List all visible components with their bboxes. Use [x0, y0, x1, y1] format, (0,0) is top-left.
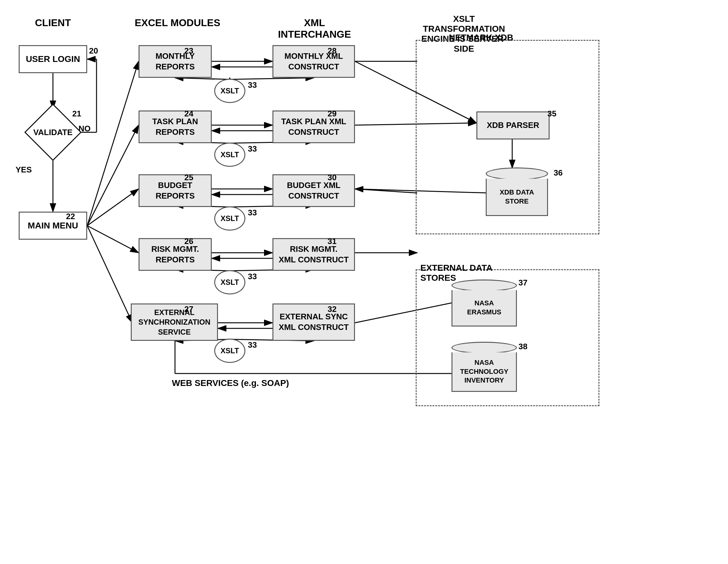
ref-26: 26 [184, 237, 193, 246]
monthly-xml-box: MONTHLY XMLCONSTRUCT [272, 45, 355, 78]
ref-35: 35 [547, 109, 556, 119]
ref-38: 38 [518, 342, 527, 351]
xslt-oval-1: XSLT [214, 79, 245, 103]
ref-33c: 33 [248, 208, 257, 218]
xdb-data-store-cylinder: XDB DATASTORE [486, 167, 548, 216]
header-client: CLIENT [19, 17, 87, 29]
web-services-label: WEB SERVICES (e.g. SOAP) [153, 378, 308, 388]
netmark-xdb-label: NETMARK XDB [434, 33, 528, 43]
ref-33e: 33 [248, 340, 257, 350]
diagram: CLIENT EXCEL MODULES XML INTERCHANGE XSL… [0, 0, 728, 564]
risk-mgmt-reports-box: RISK MGMT.REPORTS [139, 238, 212, 271]
main-menu-box: MAIN MENU [19, 212, 87, 240]
svg-line-23 [175, 78, 214, 79]
ref-30: 30 [328, 173, 337, 183]
nasa-tech-cylinder: NASATECHNOLOGYINVENTORY [451, 341, 517, 392]
header-excel: EXCEL MODULES [134, 17, 221, 29]
budget-xml-box: BUDGET XMLCONSTRUCT [272, 174, 355, 207]
ref-37: 37 [518, 278, 527, 287]
xslt-oval-3: XSLT [214, 206, 245, 231]
ref-32: 32 [328, 304, 337, 314]
svg-line-25 [230, 78, 314, 79]
ref-33b: 33 [248, 144, 257, 154]
arrows-svg [0, 0, 728, 564]
validate-diamond: VALIDATE [30, 109, 76, 156]
ref-28: 28 [328, 46, 337, 56]
ref-36: 36 [554, 168, 563, 178]
ref-27: 27 [184, 304, 193, 314]
ref-33d: 33 [248, 272, 257, 282]
risk-mgmt-xml-box: RISK MGMT.XML CONSTRUCT [272, 238, 355, 271]
svg-line-8 [87, 125, 139, 226]
ref-31: 31 [328, 237, 337, 246]
task-plan-xml-box: TASK PLAN XMLCONSTRUCT [272, 111, 355, 143]
ref-33a: 33 [248, 80, 257, 90]
nasa-erasmus-cylinder: NASAERASMUS [451, 279, 517, 327]
svg-line-10 [87, 226, 139, 253]
ref-22: 22 [66, 212, 75, 221]
svg-line-7 [87, 61, 139, 226]
external-sync-xml-box: EXTERNAL SYNCXML CONSTRUCT [272, 303, 355, 341]
yes-label: YES [16, 165, 32, 175]
task-plan-reports-box: TASK PLANREPORTS [139, 111, 212, 143]
external-sync-box: EXTERNALSYNCHRONIZATIONSERVICE [131, 303, 218, 341]
xslt-oval-4: XSLT [214, 270, 245, 294]
ref-23: 23 [184, 46, 193, 56]
no-label: NO [78, 124, 91, 134]
svg-line-9 [87, 189, 139, 226]
ref-25: 25 [184, 173, 193, 183]
ref-20: 20 [89, 46, 98, 56]
header-xml: XML INTERCHANGE [268, 17, 361, 40]
budget-reports-box: BUDGETREPORTS [139, 174, 212, 207]
svg-line-42 [355, 189, 417, 193]
ref-24: 24 [184, 109, 193, 119]
svg-line-24 [175, 78, 230, 79]
monthly-reports-box: MONTHLYREPORTS [139, 45, 212, 78]
user-login-box: USER LOGIN [19, 45, 87, 73]
xslt-oval-5: XSLT [214, 339, 245, 363]
xslt-oval-2: XSLT [214, 143, 245, 167]
svg-line-11 [87, 226, 132, 323]
ref-29: 29 [328, 109, 337, 119]
xdb-parser-box: XDB PARSER [476, 111, 550, 140]
